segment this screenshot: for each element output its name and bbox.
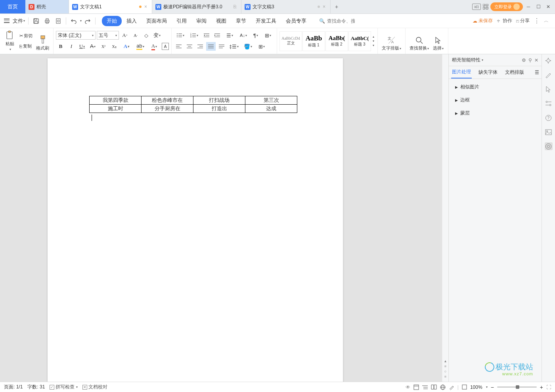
page-nav-prev-button[interactable]: ≡ <box>444 364 446 368</box>
align-center-button[interactable] <box>185 42 194 51</box>
view-web-button[interactable] <box>440 384 446 390</box>
collapse-ribbon-button[interactable]: ︿ <box>544 17 549 24</box>
line-spacing-button[interactable]: ‡☰▾ <box>228 42 240 51</box>
rail-help-icon[interactable]: ? <box>545 114 553 122</box>
menu-vip[interactable]: 会员专享 <box>281 16 311 26</box>
zoom-in-button[interactable]: + <box>540 384 543 390</box>
style-heading1[interactable]: AaBb 标题 1 <box>302 31 325 51</box>
table-cell[interactable]: 分手厨房在 <box>142 105 193 113</box>
zoom-value[interactable]: 100% <box>470 384 482 390</box>
panel-item-border[interactable]: ▶ 边框 <box>449 94 542 107</box>
font-name-select[interactable]: 宋体 (正文)▾ <box>56 31 96 40</box>
styles-down-button[interactable]: ▾ <box>373 39 374 43</box>
rail-cursor-icon[interactable] <box>545 85 553 93</box>
fit-width-button[interactable] <box>462 384 467 390</box>
menu-references[interactable]: 引用 <box>172 16 191 26</box>
command-search[interactable]: 🔍 <box>319 18 355 24</box>
text-wrap-button[interactable]: 文A 文字排版▾ <box>380 30 403 53</box>
bold-button[interactable]: B <box>56 42 65 51</box>
save-button[interactable] <box>31 16 41 26</box>
undo-button[interactable] <box>69 16 79 26</box>
print-preview-button[interactable] <box>53 16 63 26</box>
close-panel-icon[interactable]: ✕ <box>534 57 538 63</box>
eye-mode-button[interactable]: 👁 <box>406 384 410 390</box>
show-marks-button[interactable]: ¶▾ <box>251 31 260 40</box>
align-distributed-button[interactable] <box>217 42 226 51</box>
fullscreen-button[interactable]: ⛶ <box>546 384 551 390</box>
view-write-button[interactable] <box>449 384 454 390</box>
panel-tabs-overflow[interactable]: ☰ <box>535 70 539 75</box>
skin-button[interactable]: 3日 <box>472 4 481 10</box>
panel-tab-layout[interactable]: 文档排版 <box>504 67 525 78</box>
subscript-button[interactable]: X₂ <box>109 42 119 51</box>
table-cell[interactable]: 达成 <box>245 105 297 113</box>
superscript-button[interactable]: X² <box>99 42 108 51</box>
maximize-button[interactable]: ☐ <box>534 2 543 11</box>
table-cell[interactable]: 施工时 <box>90 105 142 113</box>
view-reading-button[interactable] <box>431 384 437 390</box>
menu-start[interactable]: 开始 <box>102 16 122 26</box>
hamburger-menu-icon[interactable] <box>3 18 10 24</box>
table-cell[interactable]: 打扫战场 <box>193 96 245 105</box>
zoom-out-button[interactable]: − <box>491 384 494 390</box>
menu-chapter[interactable]: 章节 <box>231 16 251 26</box>
phonetic-button[interactable]: 变▾ <box>152 31 162 40</box>
panel-title-dropdown[interactable]: ▾ <box>482 58 483 62</box>
new-tab-button[interactable]: + <box>331 0 343 13</box>
collab-button[interactable]: ᯤ 协作 <box>497 17 512 24</box>
styles-gallery-button[interactable]: ▾ <box>373 44 374 47</box>
para-border-button[interactable]: ⊞▾ <box>262 31 274 40</box>
view-page-button[interactable] <box>413 384 419 390</box>
tab-docer[interactable]: D 稻壳 <box>25 0 69 13</box>
document-viewport[interactable]: 我第四季款 粉色赤峰市在 打扫战场 第三次 施工时 分手厨房在 打造出 达成 <box>0 54 442 382</box>
document-table[interactable]: 我第四季款 粉色赤峰市在 打扫战场 第三次 施工时 分手厨房在 打造出 达成 <box>89 96 297 113</box>
tab-doc1[interactable]: W 文字文稿1 × <box>69 0 152 13</box>
minimize-button[interactable]: ─ <box>524 2 533 11</box>
menu-developer[interactable]: 开发工具 <box>251 16 281 26</box>
tab-pdf[interactable]: W 极速PDF编辑器用户手册3.0 ⎘ <box>152 0 241 13</box>
table-row[interactable]: 我第四季款 粉色赤峰市在 打扫战场 第三次 <box>90 96 297 105</box>
select-button[interactable]: 选择▾ <box>431 30 446 53</box>
italic-button[interactable]: I <box>67 42 76 51</box>
decrease-indent-button[interactable] <box>202 31 211 40</box>
zoom-handle[interactable] <box>516 385 519 389</box>
font-color-button[interactable]: A▾ <box>148 42 161 51</box>
share-button[interactable]: ⏍ 分享 <box>516 17 530 24</box>
page-nav-target-button[interactable]: ○ <box>444 369 446 373</box>
more-menu-button[interactable]: ⋮ <box>534 17 540 25</box>
panel-tab-image[interactable]: 图片处理 <box>451 66 472 78</box>
tab-close-icon[interactable]: × <box>323 4 325 10</box>
format-painter-button[interactable]: 格式刷 <box>34 30 51 53</box>
rail-pen-icon[interactable] <box>545 71 553 79</box>
close-window-button[interactable]: ✕ <box>544 2 553 11</box>
shrink-font-button[interactable]: A- <box>131 31 140 40</box>
vertical-scrollbar[interactable]: ▴ ≡ ○ ≡ <box>442 54 448 382</box>
rail-docer-icon[interactable] <box>545 142 553 150</box>
underline-button[interactable]: U▾ <box>77 42 87 51</box>
highlight-button[interactable]: ab▾ <box>134 42 147 51</box>
zoom-slider[interactable] <box>497 386 537 388</box>
bullet-list-button[interactable]: ▾ <box>174 31 187 40</box>
menu-view[interactable]: 视图 <box>211 16 231 26</box>
styles-up-button[interactable]: ▴ <box>373 35 374 38</box>
apps-grid-button[interactable] <box>482 3 489 10</box>
tab-close-icon[interactable]: × <box>144 4 147 10</box>
proofread-toggle[interactable]: ✕ 文档校对 <box>82 384 107 390</box>
table-cell[interactable]: 粉色赤峰市在 <box>142 96 193 105</box>
find-replace-button[interactable]: 查找替换▾ <box>408 30 431 53</box>
grow-font-button[interactable]: A+ <box>120 31 130 40</box>
paste-button[interactable]: 粘贴▾ <box>2 30 17 53</box>
strikethrough-button[interactable]: A̶▾ <box>88 42 98 51</box>
document-page[interactable]: 我第四季款 粉色赤峰市在 打扫战场 第三次 施工时 分手厨房在 打造出 达成 <box>48 58 343 382</box>
cut-button[interactable]: ✂剪切 <box>18 31 34 40</box>
asian-layout-button[interactable]: A↓▾ <box>237 31 250 40</box>
tab-doc3[interactable]: W 文字文稿3 × <box>241 0 331 13</box>
style-normal[interactable]: AaBbCcDd 正文 <box>279 31 302 51</box>
copy-button[interactable]: ⎘复制 <box>18 42 34 51</box>
clear-format-button[interactable]: ◇ <box>142 31 151 40</box>
align-left-button[interactable] <box>174 42 184 51</box>
scroll-up-button[interactable]: ▴ <box>444 359 446 363</box>
file-menu-button[interactable]: 文件 ▾ <box>11 17 26 25</box>
text-effect-button[interactable]: A▾ <box>120 42 133 51</box>
menu-page-layout[interactable]: 页面布局 <box>142 16 172 26</box>
